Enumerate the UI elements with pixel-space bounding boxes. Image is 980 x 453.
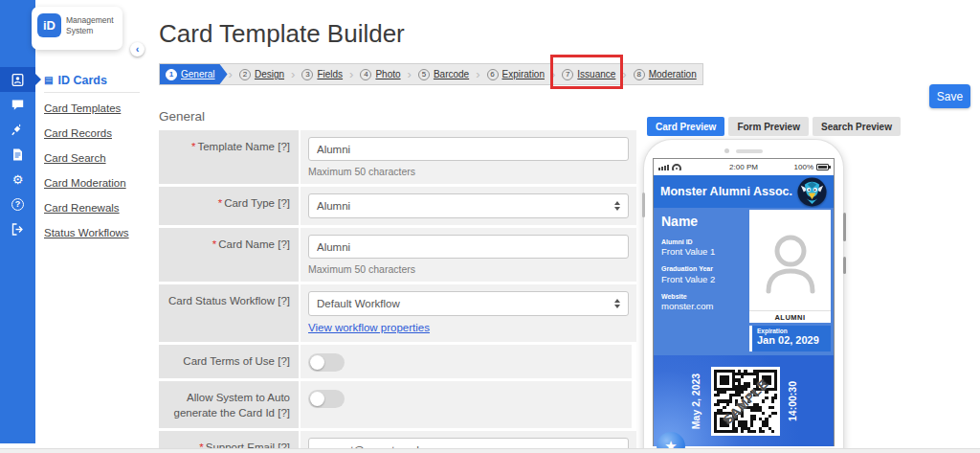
card-field-value: Front Value 2 xyxy=(661,274,744,285)
select-stepper-icon xyxy=(614,201,620,211)
wizard-step-design[interactable]: 2 Design xyxy=(234,64,290,84)
expiration-label: Expiration xyxy=(757,328,831,334)
rail-item-settings[interactable]: ⚙ xyxy=(0,167,35,192)
wizard-step-moderation[interactable]: 8 Moderation xyxy=(628,64,702,84)
icon-rail: ⚙ ? xyxy=(0,0,35,443)
card-field-label: Alumni ID xyxy=(661,238,744,246)
sidebar: ▤ ID Cards Card Templates Card Records C… xyxy=(35,0,148,443)
required-asterisk: * xyxy=(191,141,195,152)
help-marker[interactable]: [?] xyxy=(278,238,290,250)
rail-item-integrations[interactable] xyxy=(0,117,35,142)
form-section-title: General xyxy=(159,109,205,124)
page-title: Card Template Builder xyxy=(159,19,405,49)
mascot-logo-icon xyxy=(797,177,827,207)
general-form: *Template Name [?] Maximum 50 characters… xyxy=(159,130,632,453)
card-terms-of-use-toggle[interactable] xyxy=(308,353,345,372)
wizard-step-barcode[interactable]: 5 Barcode xyxy=(412,64,475,84)
card-photo-caption: ALUMNI xyxy=(749,310,831,323)
card-status-workflow-select[interactable]: Default Workflow xyxy=(308,291,629,316)
qr-code: SAMPLE xyxy=(711,367,780,436)
template-name-input[interactable] xyxy=(308,137,629,161)
wizard-step-general[interactable]: 1 General xyxy=(160,64,228,84)
wizard-step-photo[interactable]: 4 Photo xyxy=(354,64,406,84)
sidebar-section-label: ID Cards xyxy=(57,74,106,87)
rail-item-help[interactable]: ? xyxy=(0,192,35,216)
card-preview-footer: May 2, 2023 SAMPLE 14:00:30 ★ xyxy=(654,355,834,446)
wizard-step-expiration[interactable]: 6 Expiration xyxy=(481,64,550,84)
help-marker[interactable]: [?] xyxy=(278,407,290,419)
rail-item-id-cards[interactable] xyxy=(0,67,35,92)
phone-mockup: 2:00 PM 100% Monster Alumni Assoc. xyxy=(643,139,844,453)
card-field-label: Graduation Year xyxy=(661,264,744,273)
field-label: Card Terms of Use xyxy=(183,355,275,367)
auto-generate-card-id-toggle[interactable] xyxy=(308,390,345,408)
card-name-input[interactable] xyxy=(308,235,629,259)
required-asterisk: * xyxy=(218,197,222,209)
card-name-placeholder: Name xyxy=(661,214,744,229)
gear-icon: ⚙ xyxy=(12,173,24,186)
sidebar-item-card-templates[interactable]: Card Templates xyxy=(44,96,129,121)
horizontal-scrollbar[interactable] xyxy=(0,448,980,453)
field-label: Allow System to Auto generate the Card I… xyxy=(174,392,291,419)
tab-card-preview[interactable]: Card Preview xyxy=(647,117,724,136)
card-issued-time: 14:00:30 xyxy=(787,358,798,444)
rail-item-logout[interactable] xyxy=(0,216,35,241)
card-preview-header: Monster Alumni Assoc. xyxy=(654,175,834,208)
phone-screen: 2:00 PM 100% Monster Alumni Assoc. xyxy=(653,158,835,446)
wizard-steps: 1 General › 2 Design › 3 Fields › 4 Phot… xyxy=(159,63,703,85)
view-workflow-properties-link[interactable]: View workflow properties xyxy=(308,322,430,333)
wizard-step-fields[interactable]: 3 Fields xyxy=(296,64,348,84)
chat-icon xyxy=(11,98,25,112)
preview-tabs: Card Preview Form Preview Search Preview xyxy=(647,117,901,136)
save-button[interactable]: Save xyxy=(929,84,970,108)
card-field-value: monster.com xyxy=(661,301,744,312)
rail-item-billing[interactable] xyxy=(0,142,35,167)
card-preview-body: Name Alumni ID Front Value 1 Graduation … xyxy=(654,208,834,355)
id-cards-section-icon: ▤ xyxy=(44,76,53,85)
field-label: Card Status Workflow xyxy=(168,295,275,306)
sidebar-item-card-renewals[interactable]: Card Renewals xyxy=(44,195,129,220)
tab-search-preview[interactable]: Search Preview xyxy=(813,117,901,136)
app-logo: iD Management System xyxy=(32,7,122,50)
phone-side-button xyxy=(642,193,645,217)
field-label: Card Type xyxy=(224,197,275,209)
form-row-card-status-workflow: Card Status Workflow [?] Default Workflo… xyxy=(159,284,632,342)
plug-icon xyxy=(11,123,25,137)
form-row-card-name: *Card Name [?] Maximum 50 characters xyxy=(159,228,632,282)
wizard-step-issuance[interactable]: 7 Issuance xyxy=(556,64,621,84)
form-row-auto-generate-card-id: Allow System to Auto generate the Card I… xyxy=(159,381,632,428)
field-hint: Maximum 50 characters xyxy=(308,263,629,275)
card-type-select[interactable]: Alumni xyxy=(308,193,629,218)
sidebar-item-card-search[interactable]: Card Search xyxy=(44,146,129,170)
question-icon: ? xyxy=(11,198,24,211)
card-org-name: Monster Alumni Assoc. xyxy=(660,185,792,198)
sidebar-item-card-records[interactable]: Card Records xyxy=(44,121,129,146)
form-row-template-name: *Template Name [?] Maximum 50 characters xyxy=(159,130,632,184)
rail-item-messages[interactable] xyxy=(0,92,35,117)
sidebar-item-status-workflows[interactable]: Status Workflows xyxy=(44,220,129,245)
tab-form-preview[interactable]: Form Preview xyxy=(728,117,809,136)
qr-sample-watermark: SAMPLE xyxy=(697,352,794,450)
select-stepper-icon xyxy=(614,299,620,308)
signout-icon xyxy=(11,222,25,237)
card-field-value: Front Value 1 xyxy=(661,246,744,258)
help-marker[interactable]: [?] xyxy=(278,295,290,306)
chevron-left-icon: ‹ xyxy=(136,43,140,55)
help-marker[interactable]: [?] xyxy=(278,355,290,367)
help-marker[interactable]: [?] xyxy=(278,197,290,209)
sidebar-collapse-button[interactable]: ‹ xyxy=(130,42,145,57)
phone-side-button xyxy=(843,213,846,241)
card-expiration-box: Expiration Jan 02, 2029 xyxy=(749,326,831,351)
field-label: Template Name xyxy=(197,141,275,152)
field-label: Card Name xyxy=(218,238,275,250)
sidebar-item-card-moderation[interactable]: Card Moderation xyxy=(44,170,129,195)
form-row-card-type: *Card Type [?] Alumni xyxy=(159,187,632,225)
sidebar-section-id-cards[interactable]: ▤ ID Cards xyxy=(44,74,107,87)
logo-mark: iD xyxy=(37,13,61,37)
phone-speaker xyxy=(736,149,763,153)
help-marker[interactable]: [?] xyxy=(278,141,290,152)
logo-text: Management System xyxy=(66,13,114,36)
expiration-value: Jan 02, 2029 xyxy=(757,334,831,346)
form-row-card-terms-of-use: Card Terms of Use [?] xyxy=(159,345,632,378)
phone-status-bar: 2:00 PM 100% xyxy=(654,159,834,175)
